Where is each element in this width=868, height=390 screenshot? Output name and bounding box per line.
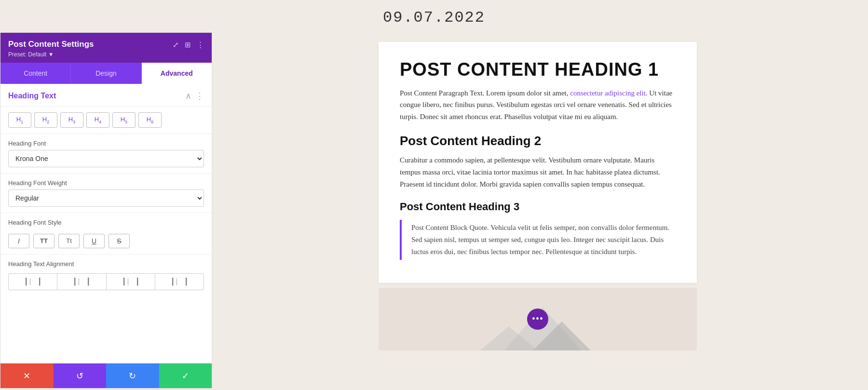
h4-button[interactable]: H4 (86, 112, 109, 128)
heading-text-alignment-label: Heading Text Alignment (0, 255, 212, 269)
panel-tabs: Content Design Advanced (0, 63, 212, 84)
uppercase-button[interactable]: TT (33, 234, 54, 248)
post-paragraph-1: Post Content Paragraph Text. Lorem ipsum… (400, 87, 676, 123)
panel-footer: ✕ ↺ ↻ ✓ (0, 363, 212, 388)
align-left-button[interactable]: ┃ ⎸ ┃ (8, 273, 57, 290)
heading-text-alignment-group: Heading Text Alignment ┃ ⎸ ┃ ┃ ⎸ ┃ ┃ ⎸ ┃… (0, 255, 212, 296)
post-heading-3: Post Content Heading 3 (400, 201, 676, 213)
heading-font-group: Heading Font Krona One (0, 134, 212, 174)
post-paragraph-2: Curabitur a commodo sapien, at pellentes… (400, 154, 676, 190)
panel-title: Post Content Settings (8, 40, 94, 49)
content-card: POST CONTENT HEADING 1 Post Content Para… (379, 42, 697, 283)
panel-body: Heading Text ∧ ⋮ H1 H2 H3 H4 H5 H6 Headi… (0, 84, 212, 363)
more-icon[interactable]: ⋮ (197, 40, 204, 49)
heading-font-label: Heading Font (8, 140, 204, 147)
section-more-icon[interactable]: ⋮ (195, 91, 204, 101)
heading-font-weight-label: Heading Font Weight (8, 179, 204, 187)
undo-button[interactable]: ↺ (54, 363, 107, 388)
capitalize-button[interactable]: Tt (58, 234, 80, 248)
style-buttons: I TT Tt U S (0, 228, 212, 255)
align-justify-button[interactable]: ┃ ⎸ ┃ (155, 273, 204, 290)
grid-icon[interactable]: ⊞ (185, 40, 191, 49)
panel-header: Post Content Settings Preset: Default ▼ … (0, 33, 212, 63)
settings-panel: Post Content Settings Preset: Default ▼ … (0, 32, 212, 389)
page-date: 09.07.2022 (0, 0, 868, 32)
collapse-icon[interactable]: ∧ (185, 91, 191, 101)
content-area: POST CONTENT HEADING 1 Post Content Para… (212, 32, 868, 389)
image-placeholder: ••• (379, 288, 697, 350)
save-button[interactable]: ✓ (159, 363, 212, 388)
h6-button[interactable]: H6 (138, 112, 162, 128)
post-heading-2: Post Content Heading 2 (400, 134, 676, 148)
align-buttons: ┃ ⎸ ┃ ┃ ⎸ ┃ ┃ ⎸ ┃ ┃ ⎸ ┃ (0, 269, 212, 296)
cancel-button[interactable]: ✕ (0, 363, 54, 388)
heading-font-style-group: Heading Font Style I TT Tt U S (0, 213, 212, 255)
tab-content[interactable]: Content (0, 63, 71, 84)
heading-buttons: H1 H2 H3 H4 H5 H6 (0, 107, 212, 134)
expand-icon[interactable]: ⤢ (173, 40, 179, 49)
align-right-button[interactable]: ┃ ⎸ ┃ (107, 273, 155, 290)
align-center-button[interactable]: ┃ ⎸ ┃ (57, 273, 106, 290)
heading-font-weight-group: Heading Font Weight Regular (0, 174, 212, 213)
redo-button[interactable]: ↻ (106, 363, 159, 388)
section-title: Heading Text (8, 92, 56, 100)
h5-button[interactable]: H5 (112, 112, 136, 128)
h1-button[interactable]: H1 (8, 112, 31, 128)
section-header: Heading Text ∧ ⋮ (0, 84, 212, 107)
post-heading-1: POST CONTENT HEADING 1 (400, 59, 676, 81)
underline-button[interactable]: U (83, 234, 105, 248)
h2-button[interactable]: H2 (34, 112, 57, 128)
paragraph-link[interactable]: consectetur adipiscing elit (570, 89, 646, 97)
heading-font-weight-select[interactable]: Regular (8, 189, 204, 207)
h3-button[interactable]: H3 (60, 112, 83, 128)
strikethrough-button[interactable]: S (108, 234, 130, 248)
heading-font-select[interactable]: Krona One (8, 150, 204, 167)
italic-button[interactable]: I (8, 234, 29, 248)
tab-advanced[interactable]: Advanced (142, 63, 212, 84)
panel-preset[interactable]: Preset: Default ▼ (8, 51, 94, 58)
heading-font-style-label: Heading Font Style (0, 213, 212, 228)
post-blockquote: Post Content Block Quote. Vehicula velit… (400, 220, 676, 259)
image-dots-button[interactable]: ••• (527, 309, 548, 330)
tab-design[interactable]: Design (71, 63, 141, 84)
